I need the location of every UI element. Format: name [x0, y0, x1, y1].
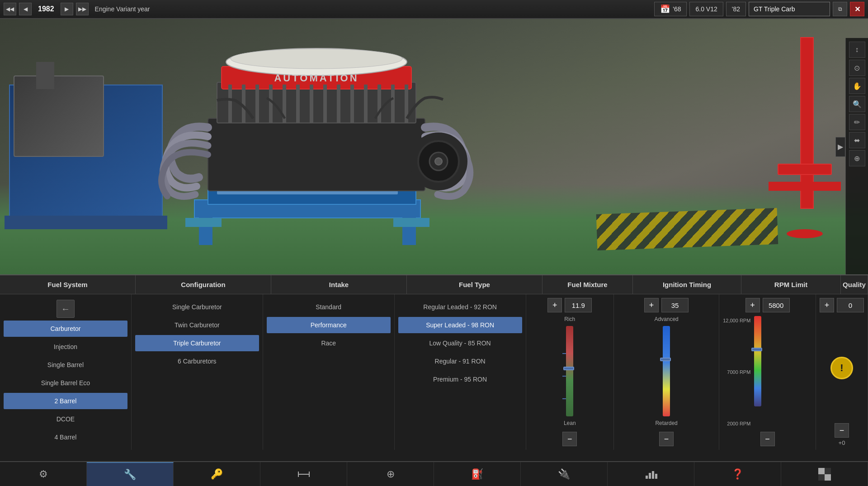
nav-stats[interactable] [608, 462, 694, 486]
rpm-thumb[interactable] [751, 348, 762, 351]
intake-race[interactable]: Race [267, 335, 391, 351]
svg-rect-38 [818, 468, 825, 474]
fuel-system-carburetor[interactable]: Carburetor [4, 321, 127, 337]
fuel-system-single-barrel[interactable]: Single Barrel [4, 357, 127, 373]
fuel-mixture-rich-label: Rich [564, 316, 575, 322]
ignition-minus[interactable]: − [659, 432, 674, 446]
engine-info-block: 6.0 V12 [689, 2, 723, 16]
config-6carb[interactable]: 6 Carburetors [135, 353, 259, 369]
svg-rect-12 [228, 85, 232, 123]
col-content-wrapper: ← Carburetor Injection Single Barrel Sin… [0, 294, 868, 450]
nav-electric[interactable]: 🔌 [521, 462, 608, 486]
tool-zoom-btn[interactable]: 🔍 [849, 96, 865, 112]
tune-icon: 🔧 [124, 469, 136, 481]
nav-help[interactable]: ❓ [694, 462, 781, 486]
year-display: 1982 [34, 5, 58, 13]
rpm-plus[interactable]: + [745, 298, 760, 312]
svg-rect-41 [818, 474, 825, 481]
nav-fuel-system-tab[interactable]: ⊕ [347, 462, 434, 486]
configuration-column: Single Carburetor Twin Carburetor Triple… [132, 294, 263, 450]
fuel-icon: ⛽ [471, 468, 483, 480]
fuel-system-4barrel[interactable]: 4 Barrel [4, 429, 127, 445]
electric-icon: 🔌 [558, 468, 570, 480]
col-header-fuel-system: Fuel System [0, 275, 136, 294]
svg-rect-18 [310, 85, 313, 123]
year2-value: '82 [732, 5, 740, 13]
svg-text:AUTOMATION: AUTOMATION [274, 72, 359, 84]
svg-rect-19 [323, 85, 327, 123]
tool-measure-btn[interactable]: ⬌ [849, 132, 865, 148]
back-btn[interactable]: ← [57, 300, 75, 318]
fuel-mixture-minus[interactable]: − [562, 432, 577, 446]
intake-standard[interactable]: Standard [267, 299, 391, 315]
fuel-mixture-value: 11.9 [565, 298, 592, 312]
warning-icon-text: ! [840, 362, 843, 374]
fuel-system-dcoe[interactable]: DCOE [4, 411, 127, 427]
fuel-mixture-plus[interactable]: + [547, 298, 562, 312]
quality-plus[interactable]: + [820, 298, 834, 312]
quality-minus[interactable]: − [835, 423, 849, 438]
tool-hand-btn[interactable]: ✋ [849, 78, 865, 94]
svg-rect-24 [391, 85, 395, 123]
engine-display: AUTOMATION [127, 28, 497, 263]
fuel-low-quality-85[interactable]: Low Quality - 85 RON [398, 335, 522, 351]
warning-icon[interactable]: ! [830, 357, 853, 379]
svg-point-11 [231, 49, 402, 69]
fuel-mixture-thumb[interactable] [563, 367, 574, 370]
nav-next-btn[interactable]: ▶ [61, 3, 73, 15]
close-btn[interactable]: ✕ [850, 2, 864, 16]
fuel-super-leaded-98[interactable]: Super Leaded - 98 RON [398, 317, 522, 333]
ignition-plus[interactable]: + [644, 298, 659, 312]
nav-engine-settings[interactable]: ⚙ [0, 462, 87, 486]
nav-checkerboard[interactable] [781, 462, 868, 486]
intake-performance[interactable]: Performance [267, 317, 391, 333]
config-single-carb[interactable]: Single Carburetor [135, 299, 259, 315]
nav-fuel[interactable]: ⛽ [434, 462, 521, 486]
engine-settings-icon: ⚙ [39, 468, 48, 480]
ignition-advanced-label: Advanced [654, 316, 678, 322]
quality-column: + 0 ! − +0 [816, 294, 868, 450]
checkerboard-icon [818, 468, 831, 481]
fuel-system-single-barrel-eco[interactable]: Single Barrel Eco [4, 375, 127, 391]
nav-key[interactable]: 🔑 [174, 462, 260, 486]
tool-add-btn[interactable]: ⊕ [849, 150, 865, 166]
config-twin-carb[interactable]: Twin Carburetor [135, 317, 259, 333]
nav-dimensions[interactable] [260, 462, 347, 486]
nav-tune[interactable]: 🔧 [87, 462, 174, 486]
nav-prev-btn[interactable]: ◀ [19, 3, 32, 15]
era-value: '68 [673, 5, 681, 13]
dimensions-icon [297, 470, 310, 479]
rpm-minus[interactable]: − [760, 432, 775, 446]
viewport-collapse-btn[interactable]: ▶ [835, 137, 845, 157]
svg-rect-37 [655, 474, 657, 479]
rpm-value: 5800 [763, 298, 790, 312]
nav-prev-prev-btn[interactable]: ◀◀ [4, 3, 16, 15]
key-icon: 🔑 [211, 468, 223, 480]
config-triple-carb[interactable]: Triple Carburetor [135, 335, 259, 351]
quality-value: 0 [837, 298, 864, 312]
svg-rect-21 [350, 85, 354, 123]
col-header-intake: Intake [271, 275, 407, 294]
fuel-premium-95[interactable]: Premium - 95 RON [398, 371, 522, 387]
bottom-nav: ⚙ 🔧 🔑 ⊕ ⛽ 🔌 [0, 461, 868, 486]
tool-move-btn[interactable]: ↕ [849, 42, 865, 58]
col-header-fuel-mixture: Fuel Mixture [542, 275, 633, 294]
fuel-system-2barrel[interactable]: 2 Barrel [4, 393, 127, 409]
svg-rect-4 [185, 218, 222, 227]
expand-btn[interactable]: ⧉ [833, 2, 847, 16]
side-panel: ↕ ⊙ ✋ 🔍 ✏ ⬌ ⊕ [845, 38, 868, 274]
car-name-input[interactable] [749, 2, 830, 16]
fuel-regular-leaded-92[interactable]: Regular Leaded - 92 RON [398, 299, 522, 315]
help-icon: ❓ [731, 468, 744, 480]
bottom-panel: Fuel System Configuration Intake Fuel Ty… [0, 274, 868, 486]
ignition-thumb[interactable] [660, 358, 671, 361]
tool-edit-btn[interactable]: ✏ [849, 114, 865, 130]
svg-rect-7 [208, 118, 425, 191]
tool-rotate-btn[interactable]: ⊙ [849, 60, 865, 76]
svg-point-30 [435, 158, 442, 165]
nav-next-next-btn[interactable]: ▶▶ [76, 3, 89, 15]
ignition-timing-column: + 35 Advanced Retarded − [614, 294, 719, 450]
svg-rect-15 [269, 85, 273, 123]
fuel-regular-91[interactable]: Regular - 91 RON [398, 353, 522, 369]
fuel-system-injection[interactable]: Injection [4, 339, 127, 355]
